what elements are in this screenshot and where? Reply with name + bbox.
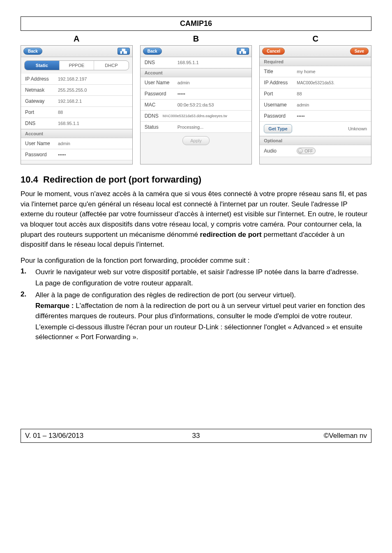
audio-label: Audio xyxy=(264,148,297,154)
panels-row: A Back ▞▙ Static PPPOE DHCP IP Address19… xyxy=(21,34,371,164)
optional-header: Optional xyxy=(260,136,371,145)
row-password-b: Password••••• xyxy=(141,88,252,99)
account-header-a: Account xyxy=(21,129,132,138)
row-ddns: DDNSMAC000e5321da53.ddns.eagleeyes.tw xyxy=(141,111,252,122)
panel-col-c: C Cancel Save Required Titlemy home IP A… xyxy=(259,34,371,164)
step-1-sub: La page de configuration de votre routeu… xyxy=(35,278,371,289)
bold-term: redirection de port xyxy=(200,231,262,238)
network-mode-segments[interactable]: Static PPPOE DHCP xyxy=(24,60,129,70)
paragraph-2: Pour la configuration de la fonction por… xyxy=(21,256,371,266)
row-password-c: Password••••• xyxy=(260,111,371,122)
page-footer: V. 01 – 13/06/2013 33 ©Velleman nv xyxy=(21,429,371,443)
row-username-c: Usernameadmin xyxy=(260,99,371,111)
menu-icon[interactable]: ▞▙ xyxy=(237,48,249,55)
step-1-text: Ouvrir le navigateur web sur votre dispo… xyxy=(35,267,371,288)
footer-copyright: ©Velleman nv xyxy=(253,432,367,440)
panel-letter-c: C xyxy=(259,34,371,44)
panel-col-a: A Back ▞▙ Static PPPOE DHCP IP Address19… xyxy=(21,34,133,164)
row-port: Port88 xyxy=(21,107,132,118)
panel-a: Back ▞▙ Static PPPOE DHCP IP Address192.… xyxy=(21,45,133,164)
row-username-b: User Nameadmin xyxy=(141,77,252,88)
row-mac: MAC00:0e:53:21:da:53 xyxy=(141,99,252,111)
segment-dhcp[interactable]: DHCP xyxy=(94,61,129,70)
row-dns: DNS168.95.1.1 xyxy=(21,118,132,129)
step-2: 2. Aller à la page de configuration des … xyxy=(21,290,371,342)
row-audio: Audio OFF xyxy=(260,145,371,157)
section-heading: 10.4 Redirection de port (port forwardin… xyxy=(21,174,371,185)
step-2-remark: Remarque : L'affectation de nom à la red… xyxy=(35,301,371,321)
get-type-button[interactable]: Get Type xyxy=(264,124,292,133)
panel-col-b: B Back ▞▙ DNS168.95.1.1 Account User Nam… xyxy=(140,34,252,164)
apply-row: Apply xyxy=(141,133,252,148)
panel-c: Cancel Save Required Titlemy home IP Add… xyxy=(259,45,371,164)
section-number: 10.4 xyxy=(21,174,38,185)
toggle-knob-icon xyxy=(298,148,303,153)
section-title-text: Redirection de port (port forwarding) xyxy=(43,174,201,185)
get-type-value: Unknown xyxy=(292,126,367,131)
panel-b: Back ▞▙ DNS168.95.1.1 Account User Namea… xyxy=(140,45,252,164)
row-title: Titlemy home xyxy=(260,66,371,77)
cancel-button[interactable]: Cancel xyxy=(262,48,285,55)
panel-c-toolbar: Cancel Save xyxy=(260,46,371,57)
audio-value: OFF xyxy=(304,149,313,153)
footer-version: V. 01 – 13/06/2013 xyxy=(25,432,139,440)
required-header: Required xyxy=(260,57,371,66)
row-ipaddress: IP Address192.168.2.197 xyxy=(21,74,132,85)
paragraph-1: Pour le moment, vous n'avez accès à la c… xyxy=(21,189,371,250)
row-get-type: Get Type Unknown xyxy=(260,122,371,136)
row-gateway: Gateway192.168.2.1 xyxy=(21,96,132,107)
row-username-a: User Nameadmin xyxy=(21,138,132,149)
footer-page: 33 xyxy=(139,432,253,440)
menu-icon[interactable]: ▞▙ xyxy=(118,48,130,55)
back-button[interactable]: Back xyxy=(143,48,162,55)
step-2-text: Aller à la page de configuration des règ… xyxy=(35,290,371,342)
step-1: 1. Ouvrir le navigateur web sur votre di… xyxy=(21,267,371,288)
page-title: CAMIP16 xyxy=(180,19,212,28)
row-password-a: Password••••• xyxy=(21,149,132,160)
segment-pppoe[interactable]: PPPOE xyxy=(60,61,95,70)
row-port-c: Port88 xyxy=(260,88,371,99)
panel-a-toolbar: Back ▞▙ xyxy=(21,46,132,57)
row-status: StatusProcessing... xyxy=(141,122,252,133)
step-2-example: L'exemple ci-dessous illustre l'écran po… xyxy=(35,322,371,342)
account-header-b: Account xyxy=(141,68,252,77)
audio-toggle[interactable]: OFF xyxy=(297,148,316,154)
back-button[interactable]: Back xyxy=(23,48,42,55)
row-dns-b: DNS168.95.1.1 xyxy=(141,57,252,68)
segment-static[interactable]: Static xyxy=(25,61,60,70)
panel-letter-b: B xyxy=(140,34,252,44)
step-1-number: 1. xyxy=(21,267,35,288)
step-2-number: 2. xyxy=(21,290,35,342)
save-button[interactable]: Save xyxy=(350,48,369,55)
page-header: CAMIP16 xyxy=(21,16,371,31)
apply-button[interactable]: Apply xyxy=(182,136,210,145)
row-ip-c: IP AddressMAC000e5321da53. xyxy=(260,77,371,88)
panel-b-toolbar: Back ▞▙ xyxy=(141,46,252,57)
row-netmask: Netmask255.255.255.0 xyxy=(21,85,132,96)
steps-list: 1. Ouvrir le navigateur web sur votre di… xyxy=(21,267,371,342)
panel-letter-a: A xyxy=(21,34,133,44)
